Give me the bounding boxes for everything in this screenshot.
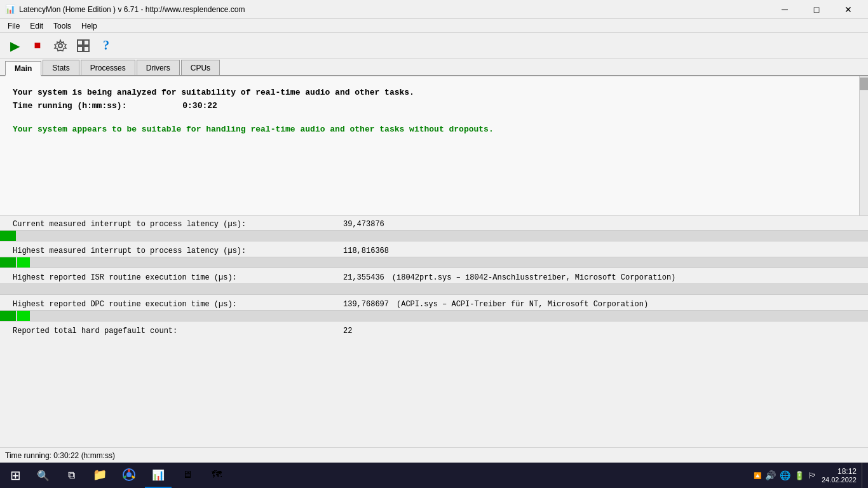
menubar: File Edit Tools Help bbox=[0, 19, 868, 33]
text-scrollbar[interactable] bbox=[859, 76, 868, 215]
stat-label-pagefault: Reported total hard pagefault count: bbox=[13, 327, 343, 336]
time-value: 0:30:22 bbox=[182, 101, 217, 111]
taskbar: ⊞ 🔍 ⧉ 📁 📊 🖥 🗺 🔼 🔊 🌐 🔋 🏳 18:12 24.0 bbox=[0, 463, 868, 488]
menu-help[interactable]: Help bbox=[76, 20, 102, 32]
taskbar-latencymon[interactable]: 📊 bbox=[145, 463, 172, 488]
stat-value-pagefault: 22 bbox=[343, 327, 352, 336]
minimize-button[interactable]: ─ bbox=[770, 3, 799, 16]
stat-label-dpc: Highest reported DPC routine execution t… bbox=[13, 300, 343, 309]
svg-rect-2 bbox=[84, 40, 89, 45]
tab-main[interactable]: Main bbox=[5, 61, 41, 76]
analysis-text: Your system is being analyzed for suitab… bbox=[13, 86, 855, 100]
progress-bar-isr bbox=[0, 283, 868, 295]
task-view-button[interactable]: ⧉ bbox=[58, 463, 84, 488]
progress-fill-highest-2 bbox=[17, 257, 30, 268]
tray-flag-icon[interactable]: 🏳 bbox=[808, 471, 817, 480]
titlebar-left: 📊 LatencyMon (Home Edition ) v 6.71 - ht… bbox=[5, 4, 245, 14]
taskbar-app7[interactable]: 🗺 bbox=[203, 463, 230, 488]
stat-row-highest: Highest measured interrupt to process la… bbox=[0, 243, 868, 257]
svg-rect-1 bbox=[78, 40, 83, 45]
stat-detail-dpc: (ACPI.sys – ACPI-Treiber für NT, Microso… bbox=[397, 300, 648, 309]
help-button[interactable]: ? bbox=[95, 35, 117, 57]
menu-edit[interactable]: Edit bbox=[25, 20, 48, 32]
view-button[interactable] bbox=[72, 35, 94, 57]
tab-cpus[interactable]: CPUs bbox=[181, 60, 220, 75]
svg-rect-4 bbox=[84, 46, 89, 51]
text-section: Your system is being analyzed for suitab… bbox=[0, 76, 868, 216]
taskbar-right: 🔼 🔊 🌐 🔋 🏳 18:12 24.02.2022 bbox=[754, 463, 865, 488]
titlebar-controls: ─ □ ✕ bbox=[770, 3, 863, 16]
stat-label-current: Current measured interrupt to process la… bbox=[13, 220, 343, 229]
tray-network-icon[interactable]: 🌐 bbox=[780, 470, 790, 480]
clock-date: 24.02.2022 bbox=[822, 476, 857, 484]
stat-detail-isr: (i8042prt.sys – i8042-Anschlusstreiber, … bbox=[392, 273, 675, 282]
clock-time: 18:12 bbox=[822, 467, 857, 476]
menu-file[interactable]: File bbox=[3, 20, 25, 32]
time-label: Time running (h:mm:ss): bbox=[13, 101, 126, 111]
tray-volume-icon[interactable]: 🔊 bbox=[765, 470, 776, 480]
search-button[interactable]: 🔍 bbox=[31, 463, 56, 488]
tabs: Main Stats Processes Drivers CPUs bbox=[0, 58, 868, 76]
stat-value-dpc: 139,768697 bbox=[343, 300, 389, 309]
stat-label-isr: Highest reported ISR routine execution t… bbox=[13, 273, 343, 282]
progress-bar-dpc bbox=[0, 310, 868, 322]
progress-bar-highest bbox=[0, 257, 868, 268]
stat-row-pagefault: Reported total hard pagefault count: 22 bbox=[0, 323, 868, 337]
close-button[interactable]: ✕ bbox=[834, 3, 863, 16]
menu-tools[interactable]: Tools bbox=[48, 20, 76, 32]
stat-value-highest: 118,816368 bbox=[343, 247, 389, 255]
start-button[interactable]: ⊞ bbox=[3, 463, 28, 488]
tab-stats[interactable]: Stats bbox=[43, 60, 79, 75]
app-icon: 📊 bbox=[5, 4, 15, 14]
progress-fill-highest-1 bbox=[0, 257, 16, 268]
play-button[interactable]: ▶ bbox=[4, 35, 25, 57]
taskbar-chrome[interactable] bbox=[116, 463, 142, 488]
progress-fill-dpc-1 bbox=[0, 311, 16, 321]
toolbar: ▶ ■ ? bbox=[0, 33, 868, 58]
settings-button[interactable] bbox=[50, 35, 71, 57]
show-desktop-button[interactable] bbox=[862, 463, 865, 488]
stat-value-current: 39,473876 bbox=[343, 220, 384, 229]
chrome-icon bbox=[122, 468, 136, 482]
system-tray: 🔼 🔊 🌐 🔋 🏳 bbox=[754, 470, 817, 480]
tray-battery-icon[interactable]: 🔋 bbox=[794, 471, 804, 480]
taskbar-time[interactable]: 18:12 24.02.2022 bbox=[822, 467, 857, 484]
taskbar-file-explorer[interactable]: 📁 bbox=[86, 463, 113, 488]
stat-value-isr: 21,355436 bbox=[343, 273, 384, 282]
stat-row-isr: Highest reported ISR routine execution t… bbox=[0, 269, 868, 283]
progress-fill-current bbox=[0, 231, 16, 241]
titlebar: 📊 LatencyMon (Home Edition ) v 6.71 - ht… bbox=[0, 0, 868, 19]
stat-label-highest: Highest measured interrupt to process la… bbox=[13, 247, 343, 255]
svg-point-6 bbox=[126, 472, 132, 477]
svg-rect-3 bbox=[78, 46, 83, 51]
stats-section: Current measured interrupt to process la… bbox=[0, 216, 868, 447]
tab-drivers[interactable]: Drivers bbox=[137, 60, 180, 75]
tray-chevron-icon[interactable]: 🔼 bbox=[754, 472, 761, 479]
main-content: Your system is being analyzed for suitab… bbox=[0, 76, 868, 447]
taskbar-left: ⊞ 🔍 ⧉ 📁 📊 🖥 🗺 bbox=[3, 463, 230, 488]
status-text: Your system appears to be suitable for h… bbox=[13, 123, 855, 137]
maximize-button[interactable]: □ bbox=[802, 3, 831, 16]
time-row: Time running (h:mm:ss): 0:30:22 bbox=[13, 100, 855, 113]
taskbar-app6[interactable]: 🖥 bbox=[174, 463, 201, 488]
progress-fill-dpc-2 bbox=[17, 311, 30, 321]
statusbar-text: Time running: 0:30:22 (h:mm:ss) bbox=[5, 451, 115, 460]
view-icon bbox=[76, 39, 90, 53]
svg-point-0 bbox=[58, 44, 62, 48]
progress-bar-current bbox=[0, 230, 868, 241]
settings-icon bbox=[53, 39, 67, 53]
statusbar: Time running: 0:30:22 (h:mm:ss) bbox=[0, 447, 868, 463]
stop-button[interactable]: ■ bbox=[27, 35, 48, 57]
stat-row-current: Current measured interrupt to process la… bbox=[0, 216, 868, 230]
tab-processes[interactable]: Processes bbox=[81, 60, 135, 75]
app-title: LatencyMon (Home Edition ) v 6.71 - http… bbox=[19, 5, 245, 14]
stat-row-dpc: Highest reported DPC routine execution t… bbox=[0, 296, 868, 310]
